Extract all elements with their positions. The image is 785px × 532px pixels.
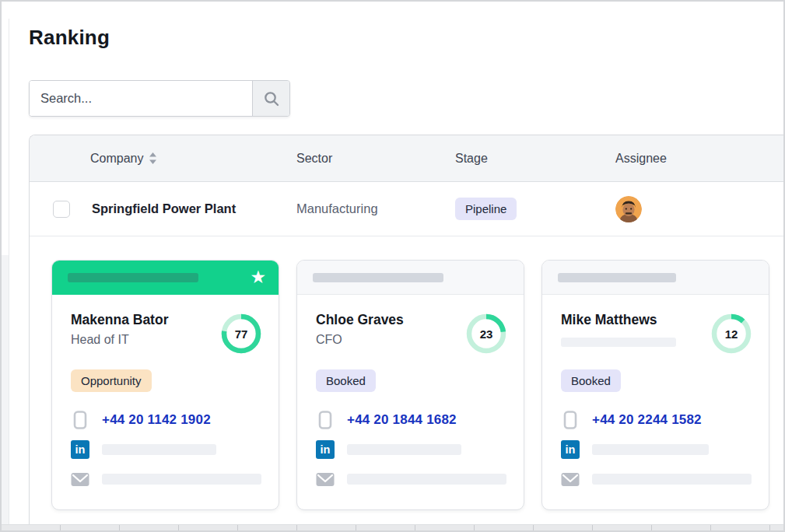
search-button[interactable] <box>252 81 289 116</box>
contact-name: Mike Matthews <box>561 312 676 328</box>
placeholder-bar <box>347 474 506 485</box>
linkedin-icon[interactable]: in <box>316 440 335 459</box>
row-checkbox[interactable] <box>53 201 70 218</box>
star-icon[interactable]: ★ <box>250 268 266 286</box>
column-label: Stage <box>455 152 488 166</box>
table-header-row: Company Sector Stage Assignee <box>30 135 785 182</box>
contact-job-title: CFO <box>316 333 404 347</box>
left-gutter-line <box>9 19 9 524</box>
contact-card-makenna[interactable]: ★ Makenna Bator Head of IT <box>51 260 279 510</box>
card-header-highlighted: ★ <box>52 261 279 295</box>
search-bar <box>29 80 290 117</box>
column-header-stage: Stage <box>455 152 613 166</box>
score-ring: 12 <box>711 313 752 354</box>
status-badge: Opportunity <box>71 369 152 392</box>
contact-card-mike[interactable]: Mike Matthews 12 Booked <box>541 260 769 510</box>
column-header-sector: Sector <box>296 152 455 166</box>
phone-link[interactable]: +44 20 2244 1582 <box>592 412 702 428</box>
placeholder-bar <box>347 444 461 455</box>
column-label: Sector <box>296 152 332 166</box>
column-header-assignee: Assignee <box>613 152 785 166</box>
linkedin-icon[interactable]: in <box>71 440 89 459</box>
company-name: Springfield Power Plant <box>92 201 236 216</box>
table-row[interactable]: Springfield Power Plant Manufacturing Pi… <box>30 182 785 236</box>
score-ring: 23 <box>466 313 506 354</box>
placeholder-bar <box>68 273 198 282</box>
assignee-avatar <box>615 196 642 222</box>
ranking-page: Ranking Company <box>0 0 785 532</box>
score-value: 12 <box>711 313 752 354</box>
search-input[interactable] <box>30 81 252 116</box>
search-icon <box>263 90 280 107</box>
placeholder-bar <box>558 273 676 282</box>
status-badge: Booked <box>316 369 376 392</box>
envelope-icon[interactable] <box>316 472 335 487</box>
envelope-icon[interactable] <box>561 472 580 487</box>
contact-job-title-placeholder <box>561 338 676 347</box>
score-value: 23 <box>466 313 506 354</box>
card-header <box>542 261 769 295</box>
contact-name: Makenna Bator <box>71 312 168 328</box>
contact-cards: ★ Makenna Bator Head of IT <box>51 260 785 510</box>
status-badge: Booked <box>561 369 621 392</box>
column-label: Assignee <box>615 152 667 166</box>
page-title: Ranking <box>29 26 110 50</box>
column-header-company[interactable]: Company <box>30 152 296 166</box>
placeholder-bar <box>592 474 752 485</box>
phone-link[interactable]: +44 20 1142 1902 <box>102 412 211 428</box>
placeholder-bar <box>313 273 443 282</box>
contact-card-chloe[interactable]: Chloe Graves CFO 23 Booked <box>296 260 524 510</box>
score-ring: 77 <box>221 313 261 354</box>
column-label: Company <box>90 152 143 166</box>
score-value: 77 <box>221 313 261 354</box>
phone-icon <box>561 411 580 429</box>
ranking-table: Company Sector Stage Assignee <box>29 135 785 526</box>
envelope-icon[interactable] <box>71 472 89 487</box>
phone-link[interactable]: +44 20 1844 1682 <box>347 412 457 428</box>
contact-name: Chloe Graves <box>316 312 404 328</box>
linkedin-icon[interactable]: in <box>561 440 580 459</box>
sort-arrows-icon <box>149 152 157 164</box>
left-gutter <box>2 255 9 525</box>
sector-value: Manufacturing <box>296 201 455 216</box>
horizontal-scrollbar[interactable] <box>2 524 783 530</box>
placeholder-bar <box>102 474 261 485</box>
stage-badge: Pipeline <box>455 198 517 220</box>
placeholder-bar <box>102 444 216 455</box>
contact-job-title: Head of IT <box>71 333 168 347</box>
phone-icon <box>71 411 89 429</box>
phone-icon <box>316 411 335 429</box>
placeholder-bar <box>592 444 709 455</box>
card-header <box>297 261 524 295</box>
